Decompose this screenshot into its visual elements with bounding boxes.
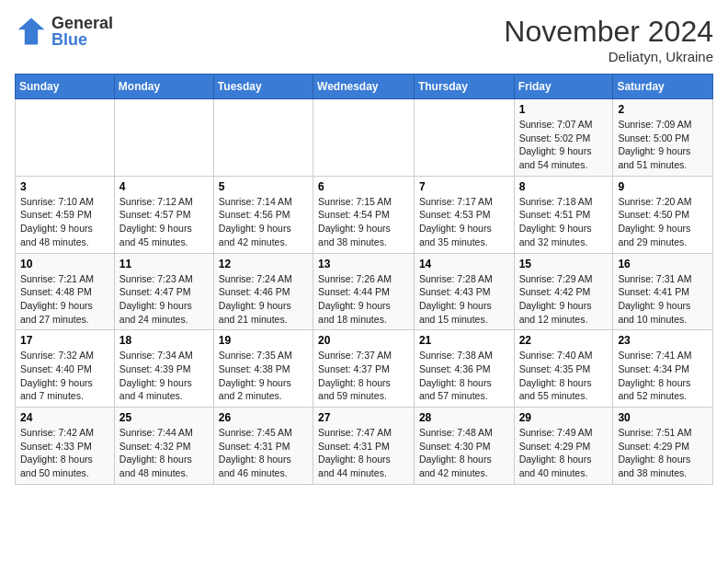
calendar-cell: 12Sunrise: 7:24 AM Sunset: 4:46 PM Dayli…	[213, 253, 313, 330]
day-info: Sunrise: 7:14 AM Sunset: 4:56 PM Dayligh…	[219, 195, 308, 249]
title-block: November 2024 Deliatyn, Ukraine	[504, 15, 713, 64]
calendar-week-row: 10Sunrise: 7:21 AM Sunset: 4:48 PM Dayli…	[16, 253, 713, 330]
day-info: Sunrise: 7:26 AM Sunset: 4:44 PM Dayligh…	[318, 272, 409, 327]
day-number: 20	[318, 334, 409, 347]
calendar-cell: 3Sunrise: 7:10 AM Sunset: 4:59 PM Daylig…	[16, 176, 115, 253]
day-info: Sunrise: 7:48 AM Sunset: 4:30 PM Dayligh…	[419, 426, 509, 480]
calendar-cell	[414, 99, 514, 177]
logo-icon	[15, 15, 48, 48]
day-info: Sunrise: 7:35 AM Sunset: 4:38 PM Dayligh…	[219, 349, 308, 403]
day-info: Sunrise: 7:51 AM Sunset: 4:29 PM Dayligh…	[618, 426, 708, 480]
calendar-cell: 14Sunrise: 7:28 AM Sunset: 4:43 PM Dayli…	[414, 253, 514, 330]
calendar-cell: 22Sunrise: 7:40 AM Sunset: 4:35 PM Dayli…	[514, 330, 613, 408]
weekday-header: Tuesday	[213, 75, 313, 99]
calendar-cell: 28Sunrise: 7:48 AM Sunset: 4:30 PM Dayli…	[414, 408, 514, 485]
day-number: 4	[119, 180, 209, 193]
day-info: Sunrise: 7:18 AM Sunset: 4:51 PM Dayligh…	[519, 195, 609, 249]
calendar-week-row: 3Sunrise: 7:10 AM Sunset: 4:59 PM Daylig…	[16, 176, 713, 253]
day-number: 12	[219, 258, 308, 270]
day-number: 27	[318, 411, 409, 424]
day-number: 7	[419, 180, 509, 193]
calendar-cell	[16, 99, 115, 177]
weekday-header: Friday	[514, 75, 613, 99]
day-info: Sunrise: 7:10 AM Sunset: 4:59 PM Dayligh…	[20, 195, 109, 249]
day-info: Sunrise: 7:23 AM Sunset: 4:47 PM Dayligh…	[119, 272, 209, 327]
day-number: 6	[318, 180, 409, 193]
day-number: 14	[419, 258, 509, 270]
day-number: 18	[119, 334, 209, 347]
day-info: Sunrise: 7:42 AM Sunset: 4:33 PM Dayligh…	[20, 426, 109, 480]
day-number: 22	[519, 334, 609, 347]
weekday-header: Sunday	[16, 75, 115, 99]
day-info: Sunrise: 7:12 AM Sunset: 4:57 PM Dayligh…	[119, 195, 209, 249]
calendar-cell: 1Sunrise: 7:07 AM Sunset: 5:02 PM Daylig…	[514, 99, 613, 177]
logo: General Blue	[15, 15, 113, 48]
calendar-cell	[313, 99, 415, 177]
calendar-cell: 13Sunrise: 7:26 AM Sunset: 4:44 PM Dayli…	[313, 253, 415, 330]
calendar-cell: 10Sunrise: 7:21 AM Sunset: 4:48 PM Dayli…	[16, 253, 115, 330]
day-number: 15	[519, 258, 609, 270]
calendar-cell: 20Sunrise: 7:37 AM Sunset: 4:37 PM Dayli…	[313, 330, 415, 408]
calendar-cell: 18Sunrise: 7:34 AM Sunset: 4:39 PM Dayli…	[114, 330, 213, 408]
calendar-cell: 9Sunrise: 7:20 AM Sunset: 4:50 PM Daylig…	[613, 176, 713, 253]
calendar-cell: 17Sunrise: 7:32 AM Sunset: 4:40 PM Dayli…	[16, 330, 115, 408]
calendar-cell: 5Sunrise: 7:14 AM Sunset: 4:56 PM Daylig…	[213, 176, 313, 253]
weekday-header: Saturday	[613, 75, 713, 99]
calendar-cell: 8Sunrise: 7:18 AM Sunset: 4:51 PM Daylig…	[514, 176, 613, 253]
day-number: 21	[419, 334, 509, 347]
day-number: 2	[618, 103, 708, 116]
logo-text: General Blue	[51, 15, 113, 48]
day-number: 11	[119, 258, 209, 270]
calendar-cell: 11Sunrise: 7:23 AM Sunset: 4:47 PM Dayli…	[114, 253, 213, 330]
day-number: 16	[618, 258, 708, 270]
day-info: Sunrise: 7:34 AM Sunset: 4:39 PM Dayligh…	[119, 349, 209, 403]
calendar-cell: 26Sunrise: 7:45 AM Sunset: 4:31 PM Dayli…	[213, 408, 313, 485]
day-info: Sunrise: 7:38 AM Sunset: 4:36 PM Dayligh…	[419, 349, 509, 403]
calendar-header-row: SundayMondayTuesdayWednesdayThursdayFrid…	[16, 75, 713, 99]
day-number: 17	[20, 334, 109, 347]
day-info: Sunrise: 7:49 AM Sunset: 4:29 PM Dayligh…	[519, 426, 609, 480]
weekday-header: Thursday	[414, 75, 514, 99]
month-title: November 2024	[504, 15, 713, 49]
day-info: Sunrise: 7:28 AM Sunset: 4:43 PM Dayligh…	[419, 272, 509, 327]
day-number: 29	[519, 411, 609, 424]
calendar-table: SundayMondayTuesdayWednesdayThursdayFrid…	[15, 74, 713, 485]
calendar-cell: 21Sunrise: 7:38 AM Sunset: 4:36 PM Dayli…	[414, 330, 514, 408]
calendar-cell: 24Sunrise: 7:42 AM Sunset: 4:33 PM Dayli…	[16, 408, 115, 485]
calendar-cell: 27Sunrise: 7:47 AM Sunset: 4:31 PM Dayli…	[313, 408, 415, 485]
day-info: Sunrise: 7:47 AM Sunset: 4:31 PM Dayligh…	[318, 426, 409, 480]
logo-blue: Blue	[51, 31, 113, 48]
calendar-cell: 16Sunrise: 7:31 AM Sunset: 4:41 PM Dayli…	[613, 253, 713, 330]
calendar-week-row: 1Sunrise: 7:07 AM Sunset: 5:02 PM Daylig…	[16, 99, 713, 177]
day-number: 25	[119, 411, 209, 424]
day-number: 8	[519, 180, 609, 193]
day-info: Sunrise: 7:29 AM Sunset: 4:42 PM Dayligh…	[519, 272, 609, 327]
day-info: Sunrise: 7:09 AM Sunset: 5:00 PM Dayligh…	[618, 118, 708, 172]
calendar-cell: 7Sunrise: 7:17 AM Sunset: 4:53 PM Daylig…	[414, 176, 514, 253]
day-info: Sunrise: 7:17 AM Sunset: 4:53 PM Dayligh…	[419, 195, 509, 249]
weekday-header: Monday	[114, 75, 213, 99]
day-info: Sunrise: 7:31 AM Sunset: 4:41 PM Dayligh…	[618, 272, 708, 327]
day-info: Sunrise: 7:20 AM Sunset: 4:50 PM Dayligh…	[618, 195, 708, 249]
day-number: 28	[419, 411, 509, 424]
calendar-cell: 29Sunrise: 7:49 AM Sunset: 4:29 PM Dayli…	[514, 408, 613, 485]
day-info: Sunrise: 7:07 AM Sunset: 5:02 PM Dayligh…	[519, 118, 609, 172]
day-number: 5	[219, 180, 308, 193]
day-info: Sunrise: 7:41 AM Sunset: 4:34 PM Dayligh…	[618, 349, 708, 403]
calendar-cell: 6Sunrise: 7:15 AM Sunset: 4:54 PM Daylig…	[313, 176, 415, 253]
calendar-cell: 15Sunrise: 7:29 AM Sunset: 4:42 PM Dayli…	[514, 253, 613, 330]
calendar-cell: 2Sunrise: 7:09 AM Sunset: 5:00 PM Daylig…	[613, 99, 713, 177]
day-number: 9	[618, 180, 708, 193]
day-info: Sunrise: 7:37 AM Sunset: 4:37 PM Dayligh…	[318, 349, 409, 403]
weekday-header: Wednesday	[313, 75, 415, 99]
calendar-cell: 23Sunrise: 7:41 AM Sunset: 4:34 PM Dayli…	[613, 330, 713, 408]
day-number: 24	[20, 411, 109, 424]
day-info: Sunrise: 7:40 AM Sunset: 4:35 PM Dayligh…	[519, 349, 609, 403]
day-number: 1	[519, 103, 609, 116]
day-number: 19	[219, 334, 308, 347]
day-info: Sunrise: 7:24 AM Sunset: 4:46 PM Dayligh…	[219, 272, 308, 327]
day-info: Sunrise: 7:44 AM Sunset: 4:32 PM Dayligh…	[119, 426, 209, 480]
day-number: 30	[618, 411, 708, 424]
day-info: Sunrise: 7:15 AM Sunset: 4:54 PM Dayligh…	[318, 195, 409, 249]
day-number: 26	[219, 411, 308, 424]
